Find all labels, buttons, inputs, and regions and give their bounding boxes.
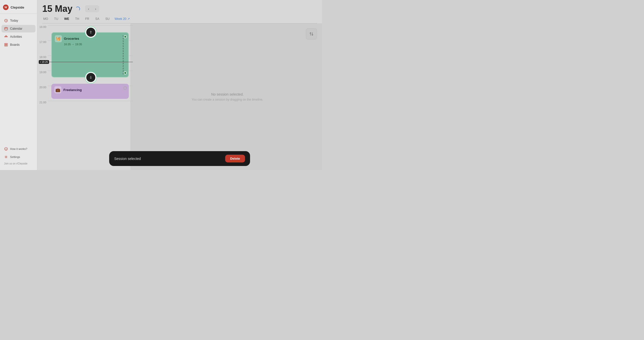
event-header-freelancing: 💼 Freelancing [54,86,126,93]
drag-handle-top[interactable]: ⇧ [86,28,95,37]
svg-point-7 [7,36,8,37]
day-fr[interactable]: FR [84,17,90,21]
sidebar-item-activities[interactable]: Activities [2,33,35,40]
sidebar-item-settings-label: Settings [10,155,20,158]
svg-text:?: ? [6,148,7,150]
svg-rect-1 [5,27,7,30]
event-dot-bottom [124,71,127,74]
help-icon: ? [4,147,8,151]
gear-icon [4,155,8,159]
svg-rect-13 [6,45,8,46]
prev-button[interactable]: ‹ [85,5,92,12]
no-session-title: No session selected. [192,92,263,96]
header-top: 15 May ‹ › [42,4,317,14]
right-panel: No session selected. You can create a se… [133,23,322,170]
no-session-info: No session selected. You can create a se… [192,92,263,101]
sort-button[interactable] [306,28,317,39]
session-selected-text: Session selected [114,157,222,161]
sidebar-item-boards[interactable]: Boards [2,41,35,49]
time-label-18: 18:00 [37,56,48,59]
event-dashed-line [123,36,124,74]
bottom-bar: Session selected Delete [109,151,250,166]
app-logo: Clepside [0,3,37,14]
time-label-21: 21:00 [37,101,48,104]
reddit-link[interactable]: Join us on r/Clepside [2,161,35,166]
day-sa[interactable]: SA [94,17,100,21]
week-link[interactable]: Week 20 ↗ [114,17,130,21]
sidebar-item-how-it-works[interactable]: ? How it works? [2,145,35,153]
calendar-header: 15 May ‹ › MO TU WE TH FR SA SU Week 20 … [37,0,322,23]
event-groceries[interactable]: 🧺 Groceries 16:35 → 19:35 [51,32,129,77]
content-area: 16:00 17:00 18:00 19:00 20:00 21:00 [37,23,322,170]
event-emoji-freelancing: 💼 [54,86,61,93]
sidebar-bottom: ? How it works? Settings Join us on r/Cl… [0,144,37,167]
week-nav: MO TU WE TH FR SA SU Week 20 ↗ [42,17,317,23]
delete-button[interactable]: Delete [225,155,245,162]
day-su[interactable]: SU [104,17,111,21]
nav-arrows: ‹ › [85,5,99,12]
svg-point-6 [5,36,5,37]
activities-icon [4,35,8,39]
drag-handle-bottom[interactable]: ⇩ [86,73,95,82]
clock-icon [4,19,8,23]
time-label-19: 19:00 [37,71,48,74]
time-label-17: 17:00 [37,40,48,44]
time-label-20: 20:00 [37,86,48,89]
current-time-bar: • 18:26 [38,60,133,64]
date-title: 15 May [42,4,72,14]
time-row-21: 21:00 [37,101,133,116]
sidebar-nav: Today Calendar [0,16,37,144]
boards-icon [4,43,8,47]
sidebar-item-how-it-works-label: How it works? [10,147,27,150]
event-emoji-groceries: 🧺 [55,35,62,42]
sidebar: Clepside Today Calendar [0,0,37,170]
sidebar-item-today-label: Today [10,19,18,22]
calendar-icon [4,27,8,31]
day-th[interactable]: TH [74,17,80,21]
loading-spinner [75,7,80,11]
sidebar-item-settings[interactable]: Settings [2,153,35,161]
current-time-line [49,62,133,62]
svg-rect-10 [5,43,6,45]
svg-point-5 [6,35,7,36]
timeline[interactable]: 16:00 17:00 18:00 19:00 20:00 21:00 [37,23,133,170]
event-title-freelancing: Freelancing [63,88,82,92]
next-button[interactable]: › [92,5,99,12]
main-content: 15 May ‹ › MO TU WE TH FR SA SU Week 20 … [37,0,322,170]
sidebar-item-activities-label: Activities [10,35,22,38]
svg-rect-12 [5,45,6,46]
sidebar-item-calendar[interactable]: Calendar [2,25,35,32]
app-name: Clepside [11,6,24,9]
svg-line-8 [5,37,6,37]
day-tu[interactable]: TU [53,17,59,21]
sidebar-item-boards-label: Boards [10,43,20,47]
svg-point-16 [6,156,7,157]
event-time-groceries: 16:35 → 19:35 [64,43,125,46]
current-time-label: • 18:26 [39,60,49,64]
time-line-16 [48,25,133,26]
time-line-21 [48,101,133,101]
sidebar-item-calendar-label: Calendar [10,27,22,30]
logo-icon [3,5,9,10]
svg-line-9 [6,37,7,37]
event-title-groceries: Groceries [64,37,79,40]
svg-rect-11 [6,43,8,45]
day-mo[interactable]: MO [42,17,49,21]
no-session-sub: You can create a session by dragging on … [192,98,263,101]
time-label-16: 16:00 [37,25,48,28]
event-dot-top [124,35,127,38]
day-we[interactable]: WE [63,17,70,21]
sidebar-item-today[interactable]: Today [2,17,35,24]
event-freelancing[interactable]: 💼 Freelancing [51,84,129,99]
freelancing-circle [123,86,127,90]
